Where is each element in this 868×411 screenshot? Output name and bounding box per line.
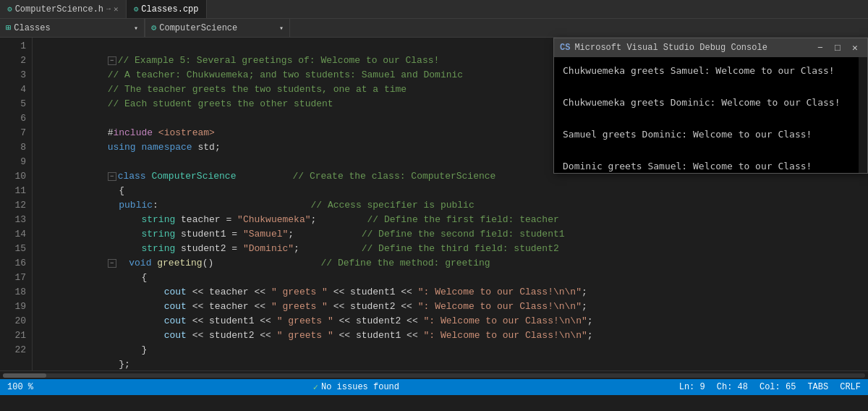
- toolbar-row: ⊞ Classes ▾ ⚙ ComputerScience ▾: [0, 19, 868, 38]
- check-icon: ✓: [313, 382, 318, 393]
- debug-title-bar: CS Microsoft Visual Studio Debug Console…: [554, 38, 867, 57]
- collapse-icon-9[interactable]: −: [108, 172, 116, 181]
- computerscience-dropdown[interactable]: ⚙ ComputerScience ▾: [145, 19, 290, 37]
- debug-console: CS Microsoft Visual Studio Debug Console…: [553, 38, 868, 174]
- debug-line-7: Dominic greets Samuel: Welcome to our Cl…: [563, 158, 859, 173]
- scrollbar-track[interactable]: [3, 373, 865, 378]
- classes-icon: ⊞: [6, 22, 11, 33]
- tabs-indicator: TABS: [807, 382, 828, 392]
- close-button[interactable]: ✕: [848, 41, 861, 54]
- cs-icon: ⚙: [151, 22, 156, 33]
- vs-icon: CS: [560, 43, 570, 53]
- chevron-down-icon2: ▾: [279, 24, 284, 33]
- issue-status: ✓ No issues found: [313, 382, 399, 393]
- debug-line-5: Samuel greets Dominic: Welcome to our Cl…: [563, 127, 859, 143]
- debug-line-3: Chukwuemeka greets Dominic: Welcome to o…: [563, 95, 859, 111]
- close-icon[interactable]: ✕: [114, 4, 119, 14]
- tab-bar: ⚙ ComputerScience.h → ✕ ⚙ Classes.cpp: [0, 0, 868, 19]
- line-numbers: 12345 678910 1112131415 1617181920 2122: [0, 38, 33, 370]
- status-bar: 100 % ✓ No issues found Ln: 9 Ch: 48 Col…: [0, 379, 868, 395]
- collapse-icon-15[interactable]: −: [108, 259, 116, 268]
- code-line-17: cout << teacher << " greets " << student…: [40, 271, 868, 285]
- chevron-down-icon: ▾: [134, 24, 138, 33]
- status-right: Ln: 9 Ch: 48 Col: 65 TABS CRLF: [679, 382, 861, 392]
- issue-text: No issues found: [321, 382, 399, 392]
- debug-console-title: Microsoft Visual Studio Debug Console: [574, 43, 809, 53]
- classes-dropdown[interactable]: ⊞ Classes ▾: [0, 19, 145, 37]
- cs-label: ComputerScience: [159, 23, 237, 33]
- editor-scrollbar[interactable]: [0, 370, 868, 379]
- ch-indicator: Ch: 48: [717, 382, 748, 392]
- debug-line-1: Chukwuemeka greets Samuel: Welcome to ou…: [563, 63, 859, 79]
- tab-classes-cpp[interactable]: ⚙ Classes.cpp: [127, 0, 207, 18]
- tab-computerscience-h[interactable]: ⚙ ComputerScience.h → ✕: [0, 0, 127, 18]
- console-scrollbar[interactable]: [859, 57, 867, 173]
- scrollbar-thumb[interactable]: [3, 373, 46, 378]
- debug-line-2: [563, 79, 859, 95]
- pin-icon: →: [106, 5, 111, 13]
- debug-line-4: [563, 111, 859, 127]
- editor-area: 12345 678910 1112131415 1617181920 2122 …: [0, 38, 868, 379]
- file-icon: ⚙: [7, 4, 12, 14]
- collapse-icon-1[interactable]: −: [108, 56, 116, 65]
- col-indicator: Col: 65: [760, 382, 796, 392]
- tab-label2: Classes.cpp: [141, 4, 198, 14]
- code-line-22: };: [40, 343, 868, 357]
- restore-button[interactable]: □: [831, 41, 844, 54]
- code-line-11: public: // Access specifier is public: [40, 184, 868, 198]
- debug-output-area: Chukwuemeka greets Samuel: Welcome to ou…: [554, 57, 867, 173]
- tab-label: ComputerScience.h: [15, 4, 103, 14]
- crlf-indicator: CRLF: [840, 382, 861, 392]
- classes-label: Classes: [14, 23, 50, 33]
- file-icon2: ⚙: [134, 4, 139, 14]
- ln-indicator: Ln: 9: [679, 382, 705, 392]
- app-window: ⚙ ComputerScience.h → ✕ ⚙ Classes.cpp ⊞ …: [0, 0, 868, 411]
- zoom-level: 100 %: [7, 382, 33, 392]
- debug-line-6: [563, 143, 859, 158]
- minimize-button[interactable]: −: [814, 41, 827, 54]
